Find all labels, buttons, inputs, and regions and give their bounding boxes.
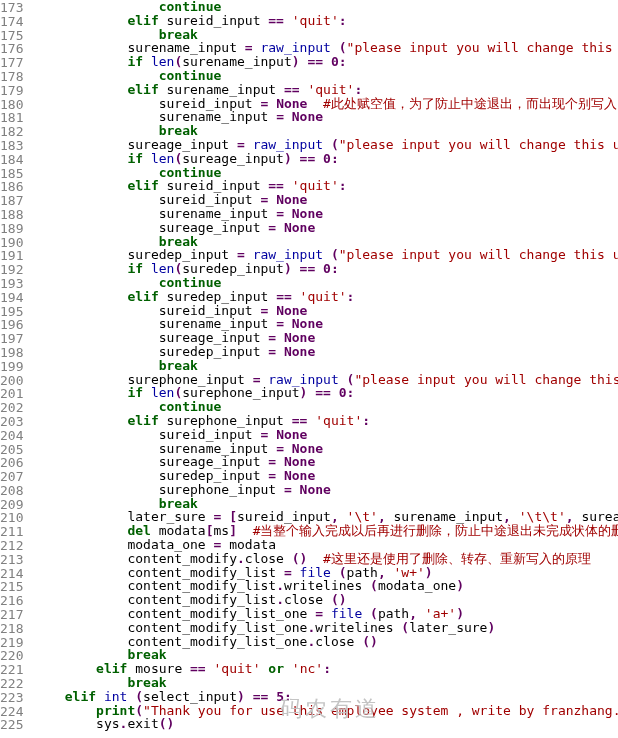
line-number: 189 xyxy=(0,222,23,236)
line-number: 221 xyxy=(0,663,23,677)
line-number: 186 xyxy=(0,180,23,194)
code-line: break xyxy=(33,676,618,690)
line-number: 210 xyxy=(0,511,23,525)
code-line: break xyxy=(33,359,618,373)
code-line: continue xyxy=(33,276,618,290)
line-number: 188 xyxy=(0,208,23,222)
code-line: print("Thank you for use this employee s… xyxy=(33,704,618,718)
line-number: 175 xyxy=(0,29,23,43)
code-line: elif sureid_input == 'quit': xyxy=(33,179,618,193)
line-number: 216 xyxy=(0,594,23,608)
line-number: 224 xyxy=(0,705,23,719)
code-line: break xyxy=(33,28,618,42)
line-number: 206 xyxy=(0,456,23,470)
code-line: suredep_input = None xyxy=(33,469,618,483)
code-line: content_modify_list.close () xyxy=(33,593,618,607)
code-line: surename_input = None xyxy=(33,207,618,221)
code-line: elif surename_input == 'quit': xyxy=(33,83,618,97)
line-number: 184 xyxy=(0,153,23,167)
code-line: content_modify_list = file (path, 'w+') xyxy=(33,566,618,580)
line-number: 200 xyxy=(0,374,23,388)
code-line: elif suredep_input == 'quit': xyxy=(33,290,618,304)
code-line: sureage_input = None xyxy=(33,221,618,235)
line-number: 195 xyxy=(0,305,23,319)
line-number: 197 xyxy=(0,332,23,346)
code-line: sureid_input = None xyxy=(33,193,618,207)
code-line: content_modify_list_one = file (path, 'a… xyxy=(33,607,618,621)
code-line: if len(surephone_input) == 0: xyxy=(33,386,618,400)
line-number: 209 xyxy=(0,498,23,512)
code-line: suredep_input = raw_input ("please input… xyxy=(33,248,618,262)
line-number: 214 xyxy=(0,567,23,581)
code-line: sureage_input = None xyxy=(33,331,618,345)
line-number: 173 xyxy=(0,1,23,15)
line-number: 196 xyxy=(0,318,23,332)
code-line: if len(surename_input) == 0: xyxy=(33,55,618,69)
code-line: surename_input = None xyxy=(33,317,618,331)
code-line: elif int (select_input) == 5: xyxy=(33,690,618,704)
line-number: 212 xyxy=(0,539,23,553)
code-line: continue xyxy=(33,400,618,414)
line-number: 199 xyxy=(0,360,23,374)
code-line: surename_input = raw_input ("please inpu… xyxy=(33,41,618,55)
code-line: sureage_input = raw_input ("please input… xyxy=(33,138,618,152)
code-line: sureid_input = None xyxy=(33,304,618,318)
code-line: if len(sureage_input) == 0: xyxy=(33,152,618,166)
line-number: 223 xyxy=(0,691,23,705)
code-line: break xyxy=(33,235,618,249)
line-number: 217 xyxy=(0,608,23,622)
line-number: 218 xyxy=(0,622,23,636)
line-number: 222 xyxy=(0,677,23,691)
line-number: 191 xyxy=(0,249,23,263)
line-number: 203 xyxy=(0,415,23,429)
line-number: 174 xyxy=(0,15,23,29)
code-line: sureid_input = None xyxy=(33,428,618,442)
line-number: 215 xyxy=(0,580,23,594)
code-area: continue elif sureid_input == 'quit': br… xyxy=(27,0,618,733)
code-line: surename_input = None xyxy=(33,110,618,124)
line-number: 179 xyxy=(0,84,23,98)
line-number: 182 xyxy=(0,125,23,139)
code-line: surename_input = None xyxy=(33,442,618,456)
line-number: 194 xyxy=(0,291,23,305)
code-line: surephone_input = None xyxy=(33,483,618,497)
line-number: 181 xyxy=(0,111,23,125)
code-line: continue xyxy=(33,69,618,83)
code-line: surephone_input = raw_input ("please inp… xyxy=(33,373,618,387)
code-line: content_modify_list_one.writelines (late… xyxy=(33,621,618,635)
code-line: elif surephone_input == 'quit': xyxy=(33,414,618,428)
code-line: break xyxy=(33,497,618,511)
line-number: 225 xyxy=(0,718,23,732)
line-number: 198 xyxy=(0,346,23,360)
code-line: break xyxy=(33,124,618,138)
line-number: 208 xyxy=(0,484,23,498)
line-number: 185 xyxy=(0,167,23,181)
code-line: elif sureid_input == 'quit': xyxy=(33,14,618,28)
code-line: suredep_input = None xyxy=(33,345,618,359)
line-number: 193 xyxy=(0,277,23,291)
code-line: if len(suredep_input) == 0: xyxy=(33,262,618,276)
line-number: 205 xyxy=(0,443,23,457)
code-line: del modata[ms] #当整个输入完成以后再进行删除，防止中途退出未完成… xyxy=(33,524,618,538)
line-number: 180 xyxy=(0,98,23,112)
code-line: content_modify_list.writelines (modata_o… xyxy=(33,579,618,593)
line-number: 219 xyxy=(0,636,23,650)
line-number: 213 xyxy=(0,553,23,567)
code-line: elif mosure == 'quit' or 'nc': xyxy=(33,662,618,676)
code-line: continue xyxy=(33,0,618,14)
line-number: 190 xyxy=(0,236,23,250)
line-number: 178 xyxy=(0,70,23,84)
line-number: 183 xyxy=(0,139,23,153)
line-gutter: 1731741751761771781791801811821831841851… xyxy=(0,0,27,733)
code-line: sureage_input = None xyxy=(33,455,618,469)
line-number: 176 xyxy=(0,42,23,56)
line-number: 192 xyxy=(0,263,23,277)
code-line: sys.exit() xyxy=(33,717,618,731)
code-line: sureid_input = None #此处赋空值，为了防止中途退出，而出现个… xyxy=(33,97,618,111)
code-line: break xyxy=(33,648,618,662)
code-line: continue xyxy=(33,166,618,180)
line-number: 187 xyxy=(0,194,23,208)
code-line: modata_one = modata xyxy=(33,538,618,552)
line-number: 220 xyxy=(0,649,23,663)
code-line: later_sure = [sureid_input, '\t', surena… xyxy=(33,510,618,524)
